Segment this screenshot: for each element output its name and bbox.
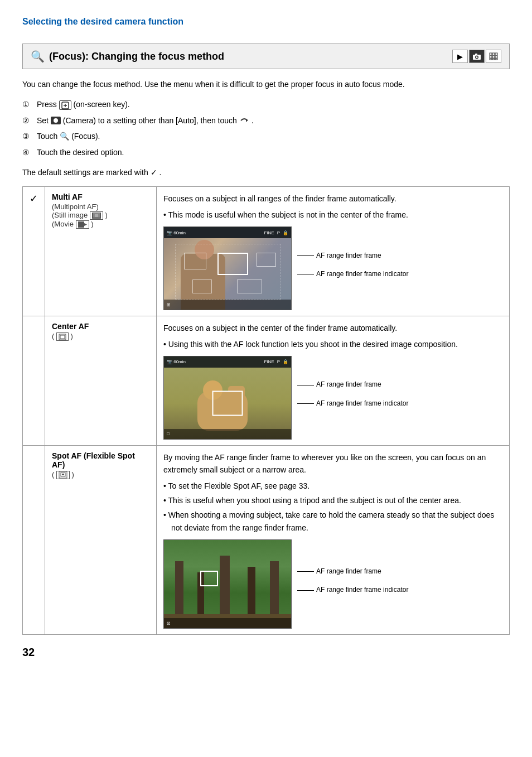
steps: ① Press (on-screen key). ② Set (Camera) … (22, 98, 510, 158)
play-icon-box: ▶ (452, 50, 468, 63)
step-1-text: Press (on-screen key). (37, 98, 130, 110)
default-mark: The default settings are marked with ✓ . (22, 166, 510, 179)
af-indicator-label-1: AF range finder frame indicator (316, 268, 408, 281)
camera-preview-1: 📷 60min FINE P 🔒 (163, 226, 292, 310)
desc-bullet-1-0: • This mode is useful when the subject i… (163, 209, 502, 221)
svg-point-2 (476, 56, 478, 58)
option-sub2-1: (Still image ) (52, 211, 149, 220)
step-2-text: Set (Camera) to a setting other than [Au… (37, 114, 254, 127)
options-table: ✓ Multi AF (Multipoint AF) (Still image … (22, 186, 510, 635)
option-cell-2: Center AF ( ) (45, 316, 157, 446)
page-title: Selecting the desired camera function (22, 17, 510, 27)
section-title: (Focus): Changing the focus method (49, 51, 224, 62)
preview-wrap-2: 📷 60min FINE P 🔒 (163, 356, 502, 440)
option-sub1-3: ( ) (52, 470, 149, 479)
svg-rect-8 (492, 56, 495, 58)
step-num-1: ① (22, 98, 33, 110)
desc-bullet-3-1: • This is useful when you shoot using a … (163, 494, 502, 507)
option-sub1-1: (Multipoint AF) (52, 202, 149, 211)
check-cell-2 (23, 316, 45, 446)
header-icons: ▶ (452, 50, 501, 63)
af-labels-2: AF range finder frame AF range finder fr… (297, 379, 408, 416)
still-image-icon (90, 211, 103, 220)
step-4: ④ Touch the desired option. (22, 146, 510, 158)
svg-rect-20 (78, 221, 84, 228)
af-frame-label-2: AF range finder frame (316, 379, 381, 391)
center-af-icon (56, 332, 69, 341)
step-3-text: Touch 🔍 (Focus). (37, 130, 100, 142)
preview-wrap-1: 📷 60min FINE P 🔒 (163, 226, 502, 310)
af-indicator-label-3: AF range finder frame indicator (316, 584, 408, 596)
svg-rect-4 (490, 53, 492, 55)
svg-rect-3 (475, 54, 477, 55)
preview-wrap-3: ⊡ AF range finder frame AF range finder … (163, 539, 502, 629)
step-num-3: ③ (22, 130, 33, 142)
table-row-multi-af: ✓ Multi AF (Multipoint AF) (Still image … (23, 187, 510, 316)
svg-rect-12 (495, 59, 497, 60)
movie-icon (76, 220, 89, 229)
af-frame-label-1: AF range finder frame (316, 250, 381, 262)
desc-bullet-3-0: • To set the Flexible Spot AF, see page … (163, 480, 502, 492)
af-label-frame-1: AF range finder frame (297, 250, 408, 262)
desc-cell-2: Focuses on a subject in the center of th… (157, 316, 510, 446)
page-number: 32 (22, 646, 35, 658)
camera-icon-box (469, 50, 485, 63)
svg-rect-5 (492, 53, 495, 55)
table-row-center-af: Center AF ( ) Focuses on a subject in th… (23, 316, 510, 446)
option-name-3: Spot AF (Flexible Spot AF) (52, 451, 149, 469)
svg-rect-10 (490, 59, 492, 60)
section-header: 🔍 (Focus): Changing the focus method ▶ (22, 44, 510, 69)
af-labels-3: AF range finder frame AF range finder fr… (297, 566, 408, 603)
option-sub1-2: ( ) (52, 332, 149, 341)
af-label-indicator-3: AF range finder frame indicator (297, 584, 408, 596)
step-4-text: Touch the desired option. (37, 146, 124, 158)
grid-icon-box (486, 50, 501, 63)
step-3: ③ Touch 🔍 (Focus). (22, 130, 510, 142)
desc-main-2: Focuses on a subject in the center of th… (163, 322, 502, 334)
af-label-frame-3: AF range finder frame (297, 566, 408, 578)
svg-rect-19 (95, 214, 98, 217)
on-screen-key-icon (59, 100, 71, 110)
svg-marker-21 (84, 223, 87, 226)
af-label-frame-2: AF range finder frame (297, 379, 408, 391)
step-num-4: ④ (22, 146, 33, 158)
desc-main-1: Focuses on a subject in all ranges of th… (163, 192, 502, 205)
af-frame-label-3: AF range finder frame (316, 566, 381, 578)
option-name-2: Center AF (52, 322, 149, 331)
option-sub3-1: (Movie ) (52, 220, 149, 229)
svg-rect-7 (490, 56, 492, 58)
step-1: ① Press (on-screen key). (22, 98, 510, 110)
check-cell-3 (23, 445, 45, 634)
desc-cell-1: Focuses on a subject in all ranges of th… (157, 187, 510, 316)
desc-bullet-2-0: • Using this with the AF lock function l… (163, 338, 502, 350)
step-2: ② Set (Camera) to a setting other than [… (22, 114, 510, 127)
af-indicator-label-2: AF range finder frame indicator (316, 398, 408, 410)
svg-rect-6 (495, 53, 497, 55)
camera-preview-2: 📷 60min FINE P 🔒 (163, 356, 292, 440)
step-num-2: ② (22, 114, 33, 127)
svg-rect-11 (492, 59, 495, 60)
af-label-indicator-1: AF range finder frame indicator (297, 268, 408, 281)
svg-rect-9 (495, 56, 497, 58)
option-name-1: Multi AF (52, 192, 149, 201)
intro-text: You can change the focus method. Use the… (22, 78, 510, 90)
svg-rect-26 (62, 474, 64, 475)
check-mark-1: ✓ (30, 193, 38, 204)
option-cell-3: Spot AF (Flexible Spot AF) ( ) (45, 445, 157, 634)
spot-af-icon (56, 471, 70, 479)
desc-bullet-3-2: • When shooting a moving subject, take c… (163, 509, 502, 534)
option-cell-1: Multi AF (Multipoint AF) (Still image ) … (45, 187, 157, 316)
focus-icon: 🔍 (31, 50, 45, 63)
check-cell-1: ✓ (23, 187, 45, 316)
desc-cell-3: By moving the AF range finder frame to w… (157, 445, 510, 634)
af-label-indicator-2: AF range finder frame indicator (297, 398, 408, 410)
section-header-left: 🔍 (Focus): Changing the focus method (31, 50, 224, 63)
camera-preview-3: ⊡ (163, 539, 292, 629)
af-labels-1: AF range finder frame AF range finder fr… (297, 250, 408, 287)
desc-main-3: By moving the AF range finder frame to w… (163, 451, 502, 476)
table-row-spot-af: Spot AF (Flexible Spot AF) ( ) By moving… (23, 445, 510, 634)
svg-rect-23 (60, 335, 65, 339)
